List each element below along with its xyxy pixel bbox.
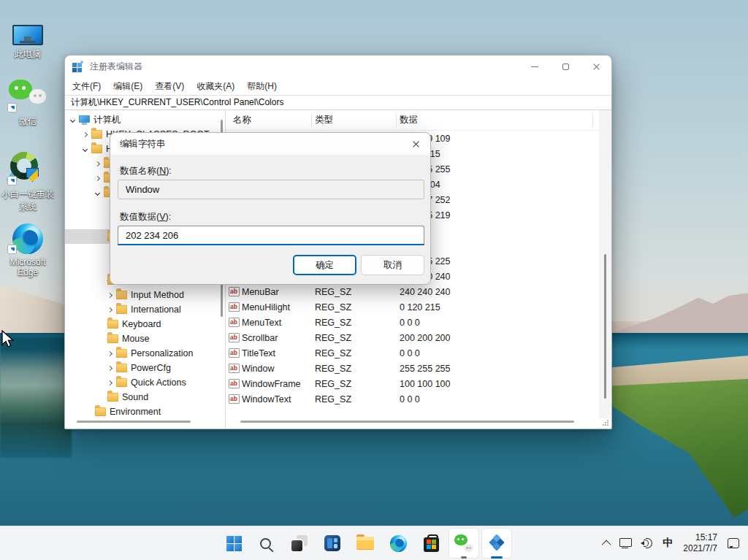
tree-toggle[interactable]	[93, 174, 102, 183]
search-icon	[260, 538, 271, 549]
tray-overflow-button[interactable]	[600, 530, 615, 556]
scrollbar-thumb[interactable]	[604, 254, 606, 399]
value-data: 240 240 240	[396, 287, 451, 297]
folder-icon	[95, 407, 106, 416]
tree-toggle[interactable]	[93, 159, 102, 168]
maximize-button[interactable]	[550, 55, 581, 77]
expand-icon[interactable]	[82, 131, 87, 137]
value-name: MenuBar	[242, 287, 311, 297]
volume-icon	[641, 538, 654, 548]
collapse-icon[interactable]	[82, 146, 87, 151]
tree-toggle[interactable]	[105, 378, 114, 387]
value-row-menuhilight[interactable]: MenuHilightREG_SZ0 120 215	[226, 299, 599, 315]
collapse-icon[interactable]	[94, 190, 99, 195]
tree-horizontal-scrollbar[interactable]	[77, 421, 191, 423]
expand-icon[interactable]	[107, 292, 112, 297]
menu-item-查看-v[interactable]: 查看(V)	[155, 80, 184, 93]
column-header-type[interactable]: 类型	[311, 114, 396, 126]
tree-item-sound[interactable]: Sound	[65, 390, 216, 404]
tree-item-keyboard[interactable]: Keyboard	[65, 317, 216, 331]
tree-toggle[interactable]	[80, 145, 89, 153]
value-row-menutext[interactable]: MenuTextREG_SZ0 0 0	[226, 315, 599, 330]
tree-toggle[interactable]	[105, 349, 114, 358]
notification-center-button[interactable]	[723, 530, 744, 556]
file-explorer-button[interactable]	[351, 529, 380, 558]
search-button[interactable]	[252, 529, 281, 558]
edge-icon	[390, 535, 407, 552]
tree-item-environment[interactable]: Environment	[65, 404, 216, 419]
tree-item-计算机[interactable]: 计算机	[65, 112, 216, 127]
dialog-title-bar[interactable]: 编辑字符串	[110, 133, 430, 155]
list-vertical-scrollbar[interactable]	[599, 110, 611, 418]
expand-icon[interactable]	[107, 350, 112, 356]
ime-indicator[interactable]: 中	[658, 530, 677, 556]
value-row-window[interactable]: WindowREG_SZ255 255 255	[226, 361, 599, 376]
network-tray-button[interactable]	[615, 530, 636, 556]
cancel-button[interactable]: 取消	[361, 255, 424, 275]
tree-item-label: Input Method	[131, 290, 184, 300]
value-row-windowframe[interactable]: WindowFrameREG_SZ100 100 100	[226, 376, 599, 391]
value-type: REG_SZ	[311, 394, 396, 404]
menu-item-编辑-e[interactable]: 编辑(E)	[113, 80, 142, 93]
dialog-close-button[interactable]	[401, 133, 430, 155]
clock[interactable]: 15:17 2021/7/7	[677, 532, 723, 554]
edge-button[interactable]	[383, 529, 413, 558]
value-row-titletext[interactable]: TitleTextREG_SZ0 0 0	[226, 345, 599, 361]
column-header-data[interactable]: 数据	[396, 114, 418, 126]
collapse-icon[interactable]	[69, 117, 75, 122]
value-row-menubar[interactable]: MenuBarREG_SZ240 240 240	[226, 284, 599, 299]
minimize-button[interactable]	[519, 55, 550, 77]
regedit-taskbar-button[interactable]	[482, 529, 511, 558]
store-button[interactable]	[416, 529, 446, 558]
widgets-button[interactable]	[318, 529, 347, 558]
value-row-scrollbar[interactable]: ScrollbarREG_SZ200 200 200	[226, 330, 599, 345]
desktop-icon-microsoft-edge[interactable]: Microsoft Edge	[0, 219, 56, 277]
tree-toggle[interactable]	[105, 364, 114, 372]
task-view-button[interactable]	[285, 529, 314, 558]
address-bar[interactable]: 计算机\HKEY_CURRENT_USER\Control Panel\Colo…	[65, 95, 611, 110]
menu-item-收藏夹-a[interactable]: 收藏夹(A)	[196, 80, 234, 93]
computer-icon	[79, 115, 90, 125]
tree-item-quick-actions[interactable]: Quick Actions	[65, 375, 216, 390]
tree-toggle[interactable]	[105, 305, 114, 314]
column-separator[interactable]	[311, 113, 312, 127]
start-button[interactable]	[219, 529, 248, 558]
expand-icon[interactable]	[107, 365, 112, 370]
list-horizontal-scrollbar[interactable]	[240, 421, 574, 423]
string-value-icon	[229, 333, 240, 342]
value-row-windowtext[interactable]: WindowTextREG_SZ0 0 0	[226, 391, 599, 407]
tree-toggle[interactable]	[80, 130, 89, 139]
dialog-title: 编辑字符串	[120, 138, 166, 150]
tree-item-personalization[interactable]: Personalization	[65, 346, 216, 361]
close-button[interactable]	[581, 55, 611, 77]
menu-item-帮助-h[interactable]: 帮助(H)	[247, 80, 277, 93]
title-bar[interactable]: 注册表编辑器	[65, 55, 611, 77]
resize-grip[interactable]	[603, 420, 608, 426]
folder-icon	[116, 378, 127, 387]
expand-icon[interactable]	[94, 161, 99, 166]
tree-item-mouse[interactable]: Mouse	[65, 331, 216, 346]
tree-item-international[interactable]: International	[65, 302, 216, 317]
desktop-icon-wechat[interactable]: 微信	[0, 77, 56, 128]
expand-icon[interactable]	[107, 307, 112, 312]
store-icon	[424, 537, 439, 552]
tree-item-input-method[interactable]: Input Method	[65, 288, 216, 302]
column-header-name[interactable]: 名称	[226, 114, 311, 126]
tree-item-label: Sound	[122, 392, 148, 402]
column-separator[interactable]	[592, 113, 593, 127]
tree-item-powercfg[interactable]: PowerCfg	[65, 361, 216, 375]
desktop-icon-this-pc[interactable]: 此电脑	[0, 10, 56, 61]
tree-toggle[interactable]	[68, 115, 77, 124]
tree-toggle[interactable]	[105, 291, 114, 299]
menu-item-文件-f[interactable]: 文件(F)	[72, 80, 101, 93]
expand-icon[interactable]	[94, 175, 99, 180]
tree-toggle[interactable]	[93, 188, 102, 197]
value-name-field[interactable]: Window	[118, 180, 424, 199]
value-data-input[interactable]: 202 234 206	[118, 226, 424, 245]
volume-tray-button[interactable]	[636, 530, 658, 556]
ok-button[interactable]: 确定	[293, 255, 356, 275]
desktop-icon-xiaobai-reinstall[interactable]: 小白一键重装系统	[0, 150, 56, 213]
column-separator[interactable]	[396, 113, 397, 127]
wechat-taskbar-button[interactable]	[449, 529, 478, 558]
expand-icon[interactable]	[107, 380, 112, 385]
